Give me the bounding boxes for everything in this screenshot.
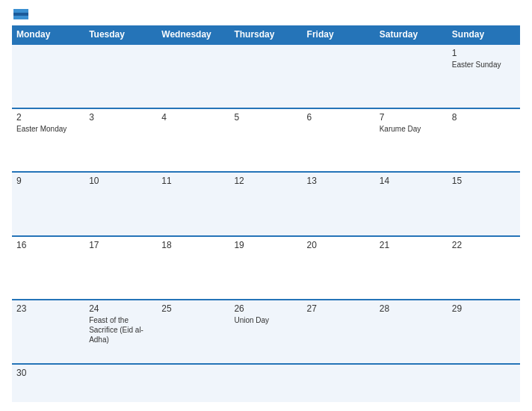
calendar-cell: 23 xyxy=(12,300,84,363)
calendar-week-2: 2Easter Monday34567Karume Day8 xyxy=(12,108,520,172)
calendar-cell: 12 xyxy=(229,173,302,235)
calendar-cell xyxy=(375,45,448,108)
calendar-grid: MondayTuesdayWednesdayThursdayFridaySatu… xyxy=(12,25,520,402)
day-number: 15 xyxy=(452,176,516,186)
calendar-cell: 8 xyxy=(448,109,520,172)
day-number: 11 xyxy=(161,176,225,186)
day-number: 26 xyxy=(234,303,297,314)
calendar-event: Karume Day xyxy=(380,124,443,134)
calendar-cell: 24Feast of the Sacrifice (Eid al-Adha) xyxy=(84,300,157,363)
logo xyxy=(12,9,28,19)
day-number: 24 xyxy=(89,303,152,314)
calendar-cell: 10 xyxy=(84,173,157,235)
calendar-week-1: 1Easter Sunday xyxy=(12,43,520,108)
day-number: 20 xyxy=(307,240,371,250)
day-number: 12 xyxy=(234,176,297,186)
day-header-friday: Friday xyxy=(303,25,375,43)
calendar-cell xyxy=(303,365,375,402)
calendar-cell: 7Karume Day xyxy=(375,109,448,172)
day-number: 14 xyxy=(380,176,443,186)
svg-rect-3 xyxy=(13,9,28,13)
day-header-wednesday: Wednesday xyxy=(157,25,229,43)
day-number: 2 xyxy=(16,112,80,123)
calendar-header xyxy=(12,9,520,19)
day-header-saturday: Saturday xyxy=(375,25,448,43)
calendar-cell: 17 xyxy=(84,237,157,300)
calendar-cell: 29 xyxy=(448,300,520,363)
calendar-cell: 20 xyxy=(303,237,375,300)
day-number: 5 xyxy=(234,112,297,123)
calendar-week-3: 9101112131415 xyxy=(12,171,520,235)
day-number: 19 xyxy=(234,240,297,250)
calendar-cell: 25 xyxy=(157,300,229,363)
day-number: 7 xyxy=(380,112,443,123)
day-number: 4 xyxy=(161,112,225,123)
calendar-last-row: 30 xyxy=(12,363,520,402)
day-number: 16 xyxy=(16,240,80,250)
calendar-cell xyxy=(448,365,520,402)
calendar-cell: 22 xyxy=(448,237,520,300)
day-number: 8 xyxy=(452,112,516,123)
calendar-cell: 15 xyxy=(448,173,520,235)
day-number: 22 xyxy=(452,240,516,250)
calendar-cell: 19 xyxy=(229,237,302,300)
calendar-cell: 27 xyxy=(303,300,375,363)
svg-rect-5 xyxy=(13,16,28,19)
day-number: 6 xyxy=(307,112,371,123)
day-number: 18 xyxy=(161,240,225,250)
calendar-cell: 5 xyxy=(229,109,302,172)
calendar-event: Union Day xyxy=(234,315,297,325)
calendar-cell xyxy=(84,45,157,108)
day-header-monday: Monday xyxy=(12,25,84,43)
day-number: 23 xyxy=(16,303,80,314)
day-number: 10 xyxy=(89,176,152,186)
calendar-cell xyxy=(84,365,157,402)
day-number: 21 xyxy=(380,240,443,250)
calendar-cell: 9 xyxy=(12,173,84,235)
day-number: 27 xyxy=(307,303,371,314)
calendar-cell: 2Easter Monday xyxy=(12,109,84,172)
calendar-cell xyxy=(375,365,448,402)
day-number: 29 xyxy=(452,303,516,314)
day-number: 25 xyxy=(161,303,225,314)
day-number: 9 xyxy=(16,176,80,186)
calendar-cell: 13 xyxy=(303,173,375,235)
calendar-cell: 14 xyxy=(375,173,448,235)
calendar-event: Feast of the Sacrifice (Eid al-Adha) xyxy=(89,315,152,344)
calendar-cell: 11 xyxy=(157,173,229,235)
calendar-cell: 21 xyxy=(375,237,448,300)
calendar-body: 1Easter Sunday2Easter Monday34567Karume … xyxy=(12,43,520,402)
calendar-cell xyxy=(229,365,302,402)
day-number: 17 xyxy=(89,240,152,250)
calendar-cell xyxy=(229,45,302,108)
calendar-cell xyxy=(157,45,229,108)
calendar-event: Easter Monday xyxy=(16,124,80,134)
calendar-cell xyxy=(303,45,375,108)
calendar-cell xyxy=(157,365,229,402)
calendar-header-row: MondayTuesdayWednesdayThursdayFridaySatu… xyxy=(12,25,520,43)
day-header-tuesday: Tuesday xyxy=(84,25,157,43)
calendar-cell: 30 xyxy=(12,365,84,402)
calendar-cell: 1Easter Sunday xyxy=(448,45,520,108)
calendar-cell xyxy=(12,45,84,108)
calendar-week-4: 16171819202122 xyxy=(12,235,520,300)
day-header-sunday: Sunday xyxy=(448,25,520,43)
calendar-cell: 18 xyxy=(157,237,229,300)
logo-flag-icon xyxy=(13,9,28,19)
calendar-cell: 4 xyxy=(157,109,229,172)
day-number: 3 xyxy=(89,112,152,123)
svg-rect-4 xyxy=(13,13,28,16)
day-number: 1 xyxy=(452,48,516,58)
day-number: 30 xyxy=(16,368,80,378)
day-number: 28 xyxy=(380,303,443,314)
calendar-cell: 26Union Day xyxy=(229,300,302,363)
day-header-thursday: Thursday xyxy=(229,25,302,43)
calendar-event: Easter Sunday xyxy=(452,60,516,69)
calendar-cell: 3 xyxy=(84,109,157,172)
day-number: 13 xyxy=(307,176,371,186)
calendar-cell: 28 xyxy=(375,300,448,363)
calendar-week-5: 2324Feast of the Sacrifice (Eid al-Adha)… xyxy=(12,299,520,363)
calendar-cell: 6 xyxy=(303,109,375,172)
calendar-cell: 16 xyxy=(12,237,84,300)
